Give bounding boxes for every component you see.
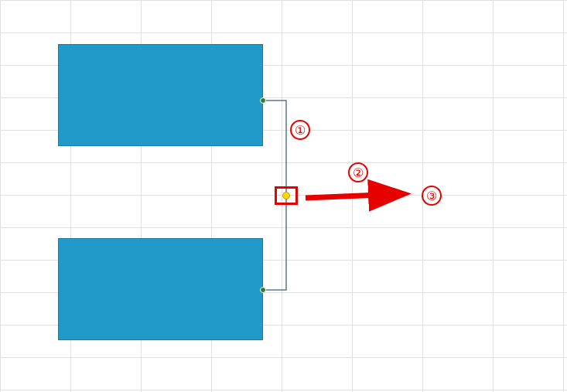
svg-line-1	[306, 194, 401, 198]
callout-1: ①	[290, 120, 310, 140]
annotation-arrow	[0, 0, 567, 392]
callout-3: ③	[422, 186, 442, 206]
callout-2: ②	[348, 162, 368, 182]
